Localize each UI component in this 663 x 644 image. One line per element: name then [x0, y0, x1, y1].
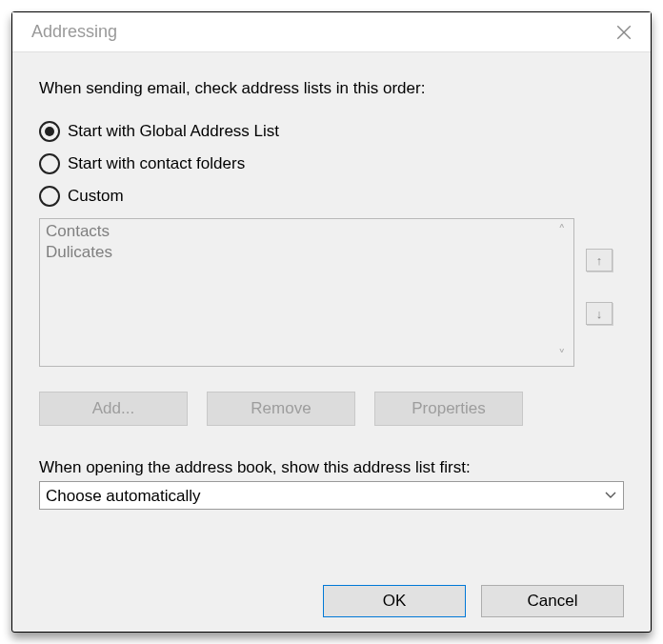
default-list-dropdown[interactable]: Choose automatically [39, 481, 624, 510]
radio-label: Start with Global Address List [68, 122, 279, 141]
check-order-label: When sending email, check address lists … [39, 79, 624, 98]
address-list-row: Contacts Dulicates ˄ ˅ ↑ ↓ [39, 218, 624, 367]
cancel-button[interactable]: Cancel [481, 585, 624, 617]
radio-start-global[interactable]: Start with Global Address List [39, 121, 624, 142]
move-buttons: ↑ ↓ [586, 218, 624, 367]
default-list-label: When opening the address book, show this… [39, 458, 624, 477]
move-down-button[interactable]: ↓ [586, 302, 613, 325]
dialog-content: When sending email, check address lists … [12, 52, 651, 571]
ok-button[interactable]: OK [323, 585, 466, 617]
address-listbox[interactable]: Contacts Dulicates ˄ ˅ [39, 218, 574, 367]
chevron-down-icon [604, 486, 617, 505]
scroll-down-icon[interactable]: ˅ [558, 348, 566, 362]
list-action-row: Add... Remove Properties [39, 392, 624, 426]
move-up-button[interactable]: ↑ [586, 249, 613, 272]
radio-icon [39, 153, 60, 174]
dropdown-value: Choose automatically [46, 488, 201, 504]
dialog-button-row: OK Cancel [12, 571, 651, 632]
radio-label: Start with contact folders [68, 154, 245, 173]
properties-button[interactable]: Properties [374, 392, 523, 426]
order-radio-group: Start with Global Address List Start wit… [39, 121, 624, 207]
scroll-up-icon[interactable]: ˄ [558, 223, 566, 237]
addressing-dialog: Addressing When sending email, check add… [11, 11, 652, 633]
add-button[interactable]: Add... [39, 392, 188, 426]
arrow-down-icon: ↓ [596, 307, 603, 321]
remove-button[interactable]: Remove [207, 392, 355, 426]
listbox-scrollbar[interactable]: ˄ ˅ [551, 219, 573, 366]
radio-custom[interactable]: Custom [39, 186, 624, 207]
arrow-up-icon: ↑ [596, 253, 603, 268]
radio-label: Custom [68, 187, 124, 206]
close-button[interactable] [611, 19, 637, 46]
window-title: Addressing [31, 22, 117, 42]
list-item[interactable]: Contacts [46, 221, 545, 242]
close-icon [615, 24, 633, 41]
titlebar: Addressing [12, 12, 651, 52]
list-item[interactable]: Dulicates [46, 242, 545, 263]
radio-icon [39, 186, 60, 207]
radio-start-contact-folders[interactable]: Start with contact folders [39, 153, 624, 174]
radio-icon [39, 121, 60, 142]
listbox-items: Contacts Dulicates [40, 219, 551, 366]
